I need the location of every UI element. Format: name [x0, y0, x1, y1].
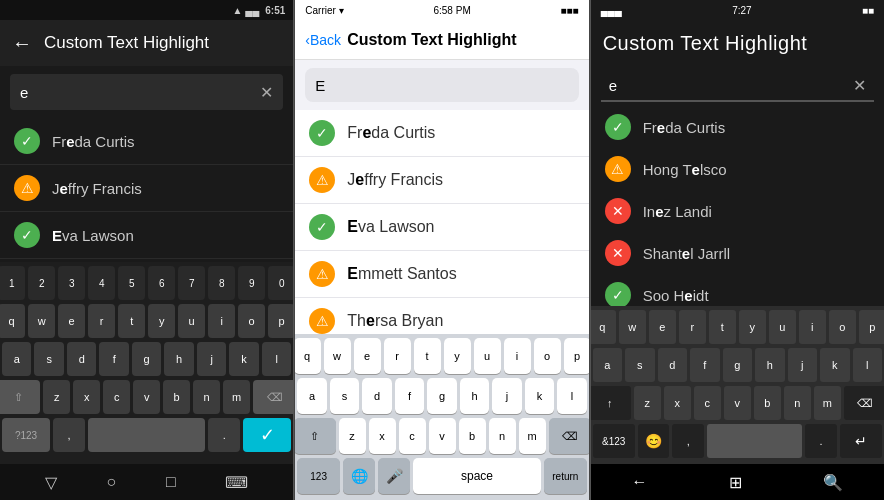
key-f[interactable]: f [99, 342, 128, 376]
key-o[interactable]: o [534, 338, 561, 374]
list-item[interactable]: ⚠ Emmett Santos [295, 251, 588, 298]
key-l[interactable]: l [262, 342, 291, 376]
list-item[interactable]: ⚠ Thersa Bryan [295, 298, 588, 334]
key-m[interactable]: m [814, 386, 841, 420]
key-comma[interactable]: , [672, 424, 704, 458]
key-num[interactable]: &123 [593, 424, 635, 458]
key-h[interactable]: h [164, 342, 193, 376]
key-mic[interactable]: 🎤 [378, 458, 410, 494]
key-l[interactable]: l [853, 348, 882, 382]
key-shift[interactable]: ↑ [591, 386, 631, 420]
key-w[interactable]: w [324, 338, 351, 374]
list-item[interactable]: ✓ Eva Lawson [295, 204, 588, 251]
key-q[interactable]: q [591, 310, 616, 344]
windows-clear-icon[interactable]: ✕ [853, 76, 866, 95]
nav-home-icon[interactable]: ○ [107, 473, 117, 491]
key-q[interactable]: q [294, 338, 320, 374]
key-z[interactable]: z [43, 380, 70, 414]
key-g[interactable]: g [132, 342, 161, 376]
list-item[interactable]: ✓ Freda Curtis [591, 106, 884, 148]
key-s[interactable]: s [625, 348, 654, 382]
key-m[interactable]: m [223, 380, 250, 414]
key-p[interactable]: p [564, 338, 590, 374]
key-7[interactable]: 7 [178, 266, 205, 300]
key-m[interactable]: m [519, 418, 546, 454]
key-backspace[interactable]: ⌫ [253, 380, 293, 414]
key-r[interactable]: r [679, 310, 706, 344]
key-shift[interactable]: ⇧ [0, 380, 40, 414]
key-1[interactable]: 1 [0, 266, 25, 300]
key-5[interactable]: 5 [118, 266, 145, 300]
key-b[interactable]: b [163, 380, 190, 414]
nav-recents-icon[interactable]: □ [166, 473, 176, 491]
key-e[interactable]: e [58, 304, 85, 338]
key-j[interactable]: j [197, 342, 226, 376]
key-c[interactable]: c [694, 386, 721, 420]
key-0[interactable]: 0 [268, 266, 293, 300]
key-f[interactable]: f [690, 348, 719, 382]
key-z[interactable]: z [634, 386, 661, 420]
key-e[interactable]: e [649, 310, 676, 344]
list-item[interactable]: ⚠ Jeffry Francis [0, 165, 293, 212]
key-y[interactable]: y [444, 338, 471, 374]
key-num[interactable]: 123 [297, 458, 340, 494]
key-return[interactable]: return [544, 458, 587, 494]
key-u[interactable]: u [474, 338, 501, 374]
list-item[interactable]: ✓ Soo Heidt [591, 274, 884, 306]
key-emoji[interactable]: 😊 [638, 424, 670, 458]
android-search-input[interactable] [20, 84, 260, 101]
key-comma[interactable]: , [53, 418, 85, 452]
list-item[interactable]: ✓ Freda Curtis [0, 118, 293, 165]
key-t[interactable]: t [709, 310, 736, 344]
key-period[interactable]: . [805, 424, 837, 458]
key-3[interactable]: 3 [58, 266, 85, 300]
key-u[interactable]: u [769, 310, 796, 344]
key-k[interactable]: k [820, 348, 849, 382]
key-y[interactable]: y [148, 304, 175, 338]
key-g[interactable]: g [723, 348, 752, 382]
key-c[interactable]: c [103, 380, 130, 414]
list-item[interactable]: ✓ Freda Curtis [295, 110, 588, 157]
key-q[interactable]: q [0, 304, 25, 338]
key-x[interactable]: x [369, 418, 396, 454]
key-n[interactable]: n [489, 418, 516, 454]
key-8[interactable]: 8 [208, 266, 235, 300]
key-w[interactable]: w [28, 304, 55, 338]
key-k[interactable]: k [229, 342, 258, 376]
key-backspace[interactable]: ⌫ [844, 386, 884, 420]
list-item[interactable]: ✕ Shantel Jarrll [591, 232, 884, 274]
key-t[interactable]: t [414, 338, 441, 374]
key-i[interactable]: i [208, 304, 235, 338]
key-b[interactable]: b [754, 386, 781, 420]
key-6[interactable]: 6 [148, 266, 175, 300]
key-v[interactable]: v [429, 418, 456, 454]
key-shift[interactable]: ⇧ [294, 418, 335, 454]
nav-back-icon[interactable]: ▽ [45, 473, 57, 492]
key-z[interactable]: z [339, 418, 366, 454]
key-x[interactable]: x [73, 380, 100, 414]
android-clear-icon[interactable]: ✕ [260, 83, 273, 102]
key-c[interactable]: c [399, 418, 426, 454]
key-o[interactable]: o [829, 310, 856, 344]
key-d[interactable]: d [362, 378, 391, 414]
key-p[interactable]: p [859, 310, 884, 344]
key-g[interactable]: g [427, 378, 456, 414]
ios-back-button[interactable]: ‹ Back [305, 32, 341, 48]
key-r[interactable]: r [384, 338, 411, 374]
key-enter[interactable]: ↵ [840, 424, 882, 458]
key-2[interactable]: 2 [28, 266, 55, 300]
key-h[interactable]: h [755, 348, 784, 382]
key-x[interactable]: x [664, 386, 691, 420]
nav-search-icon[interactable]: 🔍 [823, 473, 843, 492]
key-w[interactable]: w [619, 310, 646, 344]
key-a[interactable]: a [297, 378, 326, 414]
list-item[interactable]: ⚠ Jeffry Francis [295, 157, 588, 204]
key-f[interactable]: f [395, 378, 424, 414]
key-p[interactable]: p [268, 304, 293, 338]
key-v[interactable]: v [724, 386, 751, 420]
key-i[interactable]: i [504, 338, 531, 374]
key-space[interactable] [88, 418, 205, 452]
key-n[interactable]: n [193, 380, 220, 414]
list-item[interactable]: ⚠ Hong Telsco [591, 148, 884, 190]
key-s[interactable]: s [34, 342, 63, 376]
